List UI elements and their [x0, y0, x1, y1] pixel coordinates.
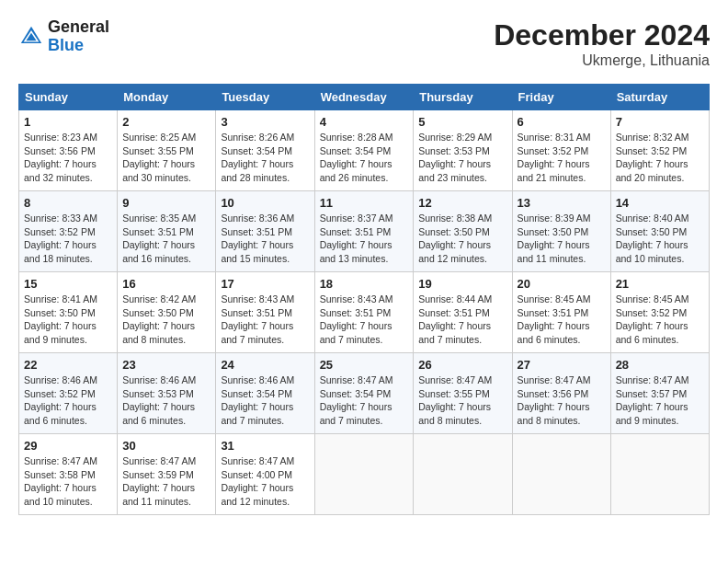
day-info: Sunrise: 8:36 AMSunset: 3:51 PMDaylight:… — [221, 212, 309, 266]
calendar-header-row: SundayMondayTuesdayWednesdayThursdayFrid… — [19, 85, 710, 110]
calendar-cell: 2Sunrise: 8:25 AMSunset: 3:55 PMDaylight… — [118, 110, 216, 191]
day-header-sunday: Sunday — [19, 85, 118, 110]
calendar-cell — [610, 434, 709, 515]
calendar-cell: 26Sunrise: 8:47 AMSunset: 3:55 PMDayligh… — [414, 353, 512, 434]
calendar-cell: 5Sunrise: 8:29 AMSunset: 3:53 PMDaylight… — [414, 110, 512, 191]
calendar-cell — [512, 434, 610, 515]
day-number: 5 — [418, 115, 506, 129]
logo-blue: Blue — [48, 37, 109, 55]
day-info: Sunrise: 8:35 AMSunset: 3:51 PMDaylight:… — [122, 212, 210, 266]
day-number: 24 — [221, 358, 309, 372]
day-header-friday: Friday — [512, 85, 610, 110]
day-number: 14 — [616, 196, 704, 210]
day-header-wednesday: Wednesday — [314, 85, 414, 110]
logo-general: General — [48, 18, 109, 37]
title-block: December 2024 Ukmerge, Lithuania — [494, 18, 710, 69]
day-info: Sunrise: 8:47 AMSunset: 4:00 PMDaylight:… — [221, 454, 309, 509]
day-info: Sunrise: 8:46 AMSunset: 3:52 PMDaylight:… — [24, 373, 112, 428]
day-number: 15 — [24, 277, 112, 291]
day-number: 4 — [320, 115, 409, 129]
day-info: Sunrise: 8:45 AMSunset: 3:51 PMDaylight:… — [518, 293, 606, 347]
logo-text: General Blue — [48, 18, 109, 55]
day-number: 6 — [518, 115, 606, 129]
day-info: Sunrise: 8:37 AMSunset: 3:51 PMDaylight:… — [320, 212, 409, 266]
day-info: Sunrise: 8:47 AMSunset: 3:56 PMDaylight:… — [518, 373, 606, 428]
day-number: 8 — [24, 196, 112, 210]
day-info: Sunrise: 8:41 AMSunset: 3:50 PMDaylight:… — [24, 293, 112, 347]
day-info: Sunrise: 8:23 AMSunset: 3:56 PMDaylight:… — [24, 131, 112, 185]
page-header: General Blue December 2024 Ukmerge, Lith… — [18, 18, 710, 69]
day-info: Sunrise: 8:38 AMSunset: 3:50 PMDaylight:… — [418, 212, 506, 266]
day-info: Sunrise: 8:32 AMSunset: 3:52 PMDaylight:… — [616, 131, 704, 185]
calendar-cell: 13Sunrise: 8:39 AMSunset: 3:50 PMDayligh… — [512, 191, 610, 272]
calendar-cell — [314, 434, 414, 515]
day-info: Sunrise: 8:47 AMSunset: 3:57 PMDaylight:… — [616, 373, 704, 428]
day-number: 22 — [24, 358, 112, 372]
calendar-week-row: 15Sunrise: 8:41 AMSunset: 3:50 PMDayligh… — [19, 272, 710, 353]
day-number: 19 — [418, 277, 506, 291]
calendar-cell: 27Sunrise: 8:47 AMSunset: 3:56 PMDayligh… — [512, 353, 610, 434]
calendar-cell: 24Sunrise: 8:46 AMSunset: 3:54 PMDayligh… — [216, 353, 314, 434]
day-number: 12 — [418, 196, 506, 210]
calendar-cell: 7Sunrise: 8:32 AMSunset: 3:52 PMDaylight… — [610, 110, 709, 191]
calendar-cell: 31Sunrise: 8:47 AMSunset: 4:00 PMDayligh… — [216, 434, 314, 515]
calendar-cell: 20Sunrise: 8:45 AMSunset: 3:51 PMDayligh… — [512, 272, 610, 353]
day-info: Sunrise: 8:47 AMSunset: 3:54 PMDaylight:… — [320, 373, 409, 428]
calendar-cell: 4Sunrise: 8:28 AMSunset: 3:54 PMDaylight… — [314, 110, 414, 191]
calendar-cell: 1Sunrise: 8:23 AMSunset: 3:56 PMDaylight… — [19, 110, 118, 191]
day-number: 29 — [24, 439, 112, 453]
day-number: 31 — [221, 439, 309, 453]
day-header-tuesday: Tuesday — [216, 85, 314, 110]
location: Ukmerge, Lithuania — [494, 52, 710, 69]
day-number: 27 — [518, 358, 606, 372]
calendar-cell: 25Sunrise: 8:47 AMSunset: 3:54 PMDayligh… — [314, 353, 414, 434]
calendar-week-row: 22Sunrise: 8:46 AMSunset: 3:52 PMDayligh… — [19, 353, 710, 434]
calendar-week-row: 1Sunrise: 8:23 AMSunset: 3:56 PMDaylight… — [19, 110, 710, 191]
day-number: 18 — [320, 277, 409, 291]
day-header-saturday: Saturday — [610, 85, 709, 110]
day-info: Sunrise: 8:47 AMSunset: 3:59 PMDaylight:… — [122, 454, 210, 509]
month-title: December 2024 — [494, 18, 710, 52]
day-number: 26 — [418, 358, 506, 372]
day-info: Sunrise: 8:33 AMSunset: 3:52 PMDaylight:… — [24, 212, 112, 266]
day-info: Sunrise: 8:46 AMSunset: 3:53 PMDaylight:… — [122, 373, 210, 428]
day-number: 23 — [122, 358, 210, 372]
calendar-cell: 15Sunrise: 8:41 AMSunset: 3:50 PMDayligh… — [19, 272, 118, 353]
day-number: 17 — [221, 277, 309, 291]
day-number: 30 — [122, 439, 210, 453]
calendar-cell: 23Sunrise: 8:46 AMSunset: 3:53 PMDayligh… — [118, 353, 216, 434]
day-info: Sunrise: 8:44 AMSunset: 3:51 PMDaylight:… — [418, 293, 506, 347]
calendar-cell: 12Sunrise: 8:38 AMSunset: 3:50 PMDayligh… — [414, 191, 512, 272]
day-info: Sunrise: 8:31 AMSunset: 3:52 PMDaylight:… — [518, 131, 606, 185]
day-number: 16 — [122, 277, 210, 291]
calendar-cell: 22Sunrise: 8:46 AMSunset: 3:52 PMDayligh… — [19, 353, 118, 434]
day-number: 25 — [320, 358, 409, 372]
day-info: Sunrise: 8:26 AMSunset: 3:54 PMDaylight:… — [221, 131, 309, 185]
day-info: Sunrise: 8:42 AMSunset: 3:50 PMDaylight:… — [122, 293, 210, 347]
day-info: Sunrise: 8:45 AMSunset: 3:52 PMDaylight:… — [616, 293, 704, 347]
day-number: 7 — [616, 115, 704, 129]
day-number: 13 — [518, 196, 606, 210]
calendar-week-row: 8Sunrise: 8:33 AMSunset: 3:52 PMDaylight… — [19, 191, 710, 272]
calendar-cell: 17Sunrise: 8:43 AMSunset: 3:51 PMDayligh… — [216, 272, 314, 353]
calendar-cell: 16Sunrise: 8:42 AMSunset: 3:50 PMDayligh… — [118, 272, 216, 353]
day-number: 3 — [221, 115, 309, 129]
day-info: Sunrise: 8:43 AMSunset: 3:51 PMDaylight:… — [320, 293, 409, 347]
calendar-cell: 19Sunrise: 8:44 AMSunset: 3:51 PMDayligh… — [414, 272, 512, 353]
calendar-week-row: 29Sunrise: 8:47 AMSunset: 3:58 PMDayligh… — [19, 434, 710, 515]
day-info: Sunrise: 8:43 AMSunset: 3:51 PMDaylight:… — [221, 293, 309, 347]
calendar-cell: 29Sunrise: 8:47 AMSunset: 3:58 PMDayligh… — [19, 434, 118, 515]
day-header-thursday: Thursday — [414, 85, 512, 110]
logo: General Blue — [18, 18, 109, 55]
day-info: Sunrise: 8:28 AMSunset: 3:54 PMDaylight:… — [320, 131, 409, 185]
calendar-cell: 11Sunrise: 8:37 AMSunset: 3:51 PMDayligh… — [314, 191, 414, 272]
day-number: 9 — [122, 196, 210, 210]
calendar-cell: 30Sunrise: 8:47 AMSunset: 3:59 PMDayligh… — [118, 434, 216, 515]
day-header-monday: Monday — [118, 85, 216, 110]
calendar-cell: 28Sunrise: 8:47 AMSunset: 3:57 PMDayligh… — [610, 353, 709, 434]
day-info: Sunrise: 8:39 AMSunset: 3:50 PMDaylight:… — [518, 212, 606, 266]
day-number: 11 — [320, 196, 409, 210]
day-info: Sunrise: 8:25 AMSunset: 3:55 PMDaylight:… — [122, 131, 210, 185]
day-number: 20 — [518, 277, 606, 291]
day-info: Sunrise: 8:29 AMSunset: 3:53 PMDaylight:… — [418, 131, 506, 185]
